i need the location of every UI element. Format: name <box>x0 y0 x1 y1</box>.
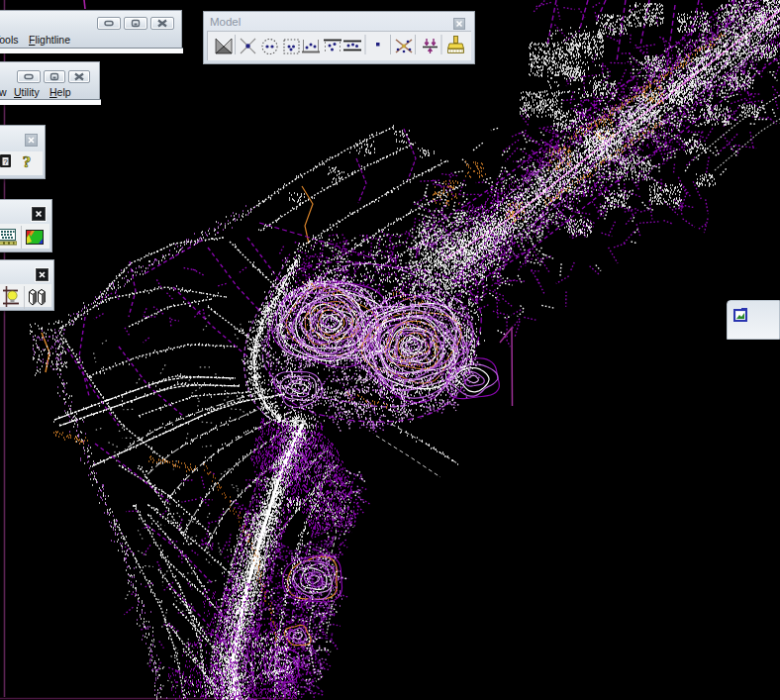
svg-text:?: ? <box>3 157 8 166</box>
svg-text:?: ? <box>23 152 32 170</box>
